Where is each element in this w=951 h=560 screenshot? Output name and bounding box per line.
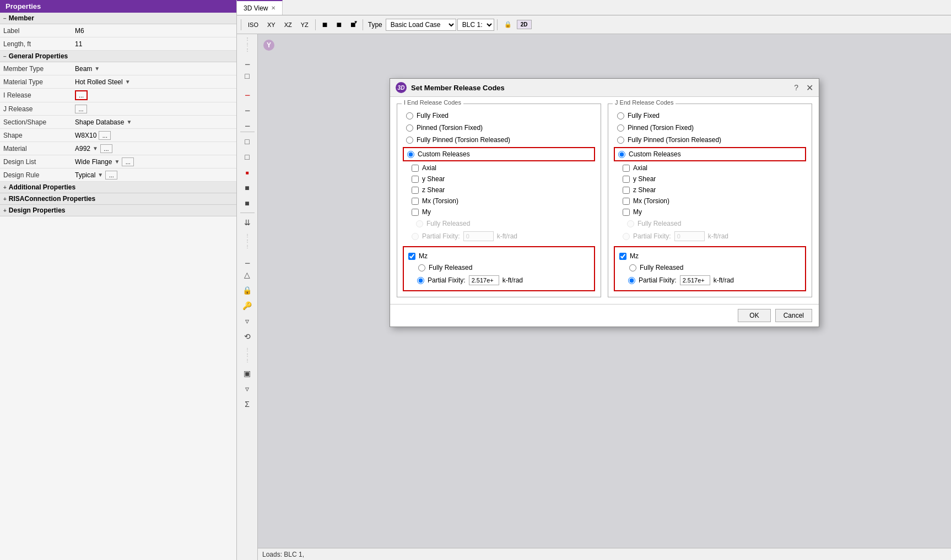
lock-button[interactable]: 🔒	[500, 19, 516, 30]
i-mx-row[interactable]: Mx (Torsion)	[403, 195, 595, 206]
view-yz-button[interactable]: YZ	[297, 20, 312, 30]
modal-close-button[interactable]: ✕	[806, 83, 813, 93]
side-tool-11[interactable]: ⇊	[239, 215, 256, 230]
j-fully-pinned-row[interactable]: Fully Pinned (Torsion Released)	[614, 134, 806, 146]
j-mz-row[interactable]: Mz	[619, 251, 801, 262]
risa-section[interactable]: + RISAConnection Properties	[0, 193, 236, 205]
material-button[interactable]: ...	[100, 144, 112, 153]
side-tool-6[interactable]: □	[239, 134, 256, 149]
j-my-row[interactable]: My	[614, 206, 806, 218]
toolbar-icon-3[interactable]: ■▼	[347, 18, 360, 31]
i-mz-partial-row[interactable]: Partial Fixity: k-ft/rad	[408, 274, 590, 287]
i-mz-fully-released-radio[interactable]	[418, 264, 425, 271]
view-xy-button[interactable]: XY	[263, 20, 279, 30]
i-z-shear-row[interactable]: z Shear	[403, 184, 595, 195]
i-mz-partial-input[interactable]	[469, 275, 499, 285]
side-tool-2[interactable]: □	[239, 69, 256, 83]
design-rule-button[interactable]: ...	[105, 171, 117, 180]
j-y-shear-checkbox[interactable]	[623, 176, 630, 183]
j-mx-checkbox[interactable]	[623, 198, 630, 205]
tab-3d-view[interactable]: 3D View ✕	[237, 0, 283, 15]
material-value[interactable]: A992 ▼ ...	[72, 143, 236, 155]
i-my-row[interactable]: My	[403, 206, 595, 218]
modal-help-button[interactable]: ?	[794, 83, 798, 92]
i-axial-checkbox[interactable]	[412, 165, 419, 172]
type-select[interactable]: Basic Load Case Load Combination	[386, 19, 456, 31]
j-mz-fully-released-radio[interactable]	[629, 264, 636, 271]
j-z-shear-row[interactable]: z Shear	[614, 184, 806, 195]
side-tool-9[interactable]: ■	[239, 181, 256, 195]
design-list-button[interactable]: ...	[122, 157, 134, 166]
side-filter-icon[interactable]: ▿	[239, 314, 256, 328]
j-pinned-torsion-row[interactable]: Pinned (Torsion Fixed)	[614, 122, 806, 134]
side-refresh-icon[interactable]: ⟲	[239, 329, 256, 344]
material-type-value[interactable]: Hot Rolled Steel ▼	[72, 77, 236, 88]
i-z-shear-checkbox[interactable]	[412, 187, 419, 194]
j-fully-fixed-radio[interactable]	[617, 112, 624, 119]
j-axial-checkbox[interactable]	[623, 165, 630, 172]
side-tool-3[interactable]: ⎯	[239, 84, 256, 99]
side-sigma-icon[interactable]: Σ	[239, 397, 256, 411]
j-fully-pinned-radio[interactable]	[617, 137, 624, 144]
i-mz-fully-released-row[interactable]: Fully Released	[408, 262, 590, 274]
side-tool-1[interactable]: ⎯	[239, 53, 256, 68]
blc-select[interactable]: BLC 1: BLC 2: BLC 3:	[457, 19, 494, 31]
design-section[interactable]: + Design Properties	[0, 205, 236, 216]
tab-3d-view-close[interactable]: ✕	[271, 5, 275, 11]
additional-section[interactable]: + Additional Properties	[0, 182, 236, 193]
i-mz-row[interactable]: Mz	[408, 251, 590, 262]
side-tool-14[interactable]: 🔒	[239, 283, 256, 297]
i-release-button[interactable]: ...	[75, 90, 88, 100]
shape-button[interactable]: ...	[99, 131, 111, 140]
j-mz-checkbox[interactable]	[619, 253, 626, 260]
side-tool-4[interactable]: ⎯	[239, 100, 256, 114]
side-tool-10[interactable]: ■	[239, 196, 256, 210]
side-tool-15[interactable]: 🔑	[239, 298, 256, 313]
j-mz-fully-released-row[interactable]: Fully Released	[619, 262, 801, 274]
member-type-value[interactable]: Beam ▼	[72, 63, 236, 74]
j-mz-partial-radio[interactable]	[628, 277, 635, 284]
2d-button[interactable]: 2D	[517, 20, 532, 29]
general-section[interactable]: − General Properties	[0, 51, 236, 62]
member-section[interactable]: − Member	[0, 13, 236, 24]
j-z-shear-checkbox[interactable]	[623, 187, 630, 194]
side-tool-8[interactable]: ■	[239, 165, 256, 180]
i-mz-partial-radio[interactable]	[417, 277, 424, 284]
cancel-button[interactable]: Cancel	[775, 309, 812, 322]
i-y-shear-checkbox[interactable]	[412, 176, 419, 183]
j-y-shear-row[interactable]: y Shear	[614, 173, 806, 184]
i-custom-releases-radio[interactable]	[407, 151, 414, 158]
j-fully-fixed-row[interactable]: Fully Fixed	[614, 110, 806, 122]
i-fully-pinned-radio[interactable]	[406, 137, 413, 144]
section-shape-value[interactable]: Shape Database ▼	[72, 117, 236, 128]
i-pinned-torsion-row[interactable]: Pinned (Torsion Fixed)	[403, 122, 595, 134]
i-mz-checkbox[interactable]	[408, 253, 415, 260]
i-fully-fixed-radio[interactable]	[406, 112, 413, 119]
side-tool-12[interactable]: ⎯	[239, 252, 256, 267]
i-pinned-torsion-radio[interactable]	[406, 124, 413, 132]
design-rule-value[interactable]: Typical ▼ ...	[72, 169, 236, 181]
side-tool-16[interactable]: ▣	[239, 366, 256, 380]
i-fully-fixed-row[interactable]: Fully Fixed	[403, 110, 595, 122]
j-pinned-torsion-radio[interactable]	[617, 124, 624, 132]
side-tool-17[interactable]: ▿	[239, 382, 256, 396]
side-tool-5[interactable]: ⎯	[239, 115, 256, 129]
view-xz-button[interactable]: XZ	[280, 20, 296, 30]
toolbar-icon-2[interactable]: ■	[332, 18, 345, 31]
j-custom-releases-row[interactable]: Custom Releases	[614, 147, 806, 161]
j-release-button[interactable]: ...	[75, 105, 87, 113]
j-mz-partial-row[interactable]: Partial Fixity: k-ft/rad	[619, 274, 801, 287]
side-cut-icon[interactable]: △	[239, 268, 256, 282]
side-tool-7[interactable]: □	[239, 150, 256, 164]
design-list-value[interactable]: Wide Flange ▼ ...	[72, 156, 236, 168]
i-my-checkbox[interactable]	[412, 209, 419, 216]
ok-button[interactable]: OK	[738, 309, 770, 322]
i-axial-row[interactable]: Axial	[403, 162, 595, 173]
j-axial-row[interactable]: Axial	[614, 162, 806, 173]
j-custom-releases-radio[interactable]	[618, 151, 625, 158]
view-iso-button[interactable]: ISO	[244, 20, 262, 30]
toolbar-icon-1[interactable]: ■	[318, 18, 332, 31]
i-custom-releases-row[interactable]: Custom Releases	[403, 147, 595, 161]
i-fully-pinned-row[interactable]: Fully Pinned (Torsion Released)	[403, 134, 595, 146]
j-my-checkbox[interactable]	[623, 209, 630, 216]
